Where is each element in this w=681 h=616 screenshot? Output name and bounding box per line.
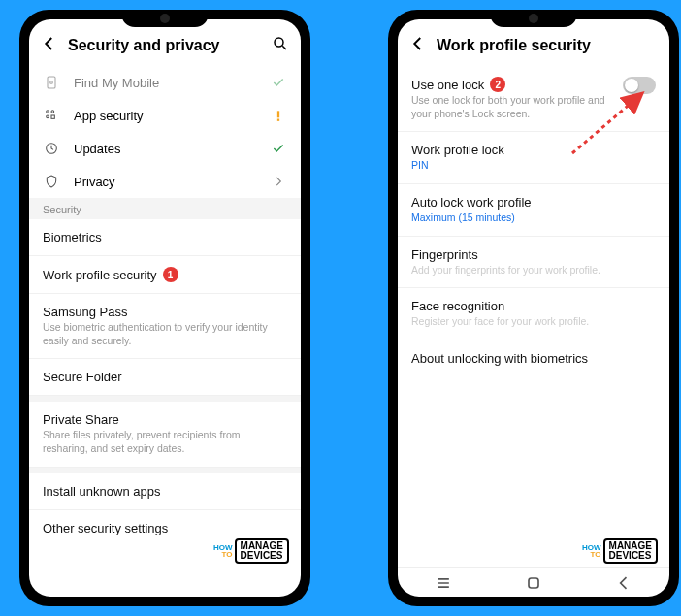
svg-point-2 [50, 81, 53, 84]
item-auto-lock-work-profile[interactable]: Auto lock work profile Maximum (15 minut… [398, 184, 669, 237]
item-face-recognition[interactable]: Face recognition Register your face for … [398, 288, 669, 340]
item-samsung-pass[interactable]: Samsung Pass Use biometric authenticatio… [29, 294, 301, 359]
item-label: Auto lock work profile [411, 195, 532, 210]
item-label: Work profile lock [411, 143, 504, 157]
chevron-right-icon [270, 175, 287, 188]
location-icon [43, 75, 60, 90]
phone-frame-right: Work profile security Use one lock 2 Use… [388, 10, 679, 606]
item-label: Private Share [43, 412, 119, 427]
item-sub: PIN [411, 159, 656, 173]
row-find-my-mobile[interactable]: Find My Mobile [29, 66, 301, 99]
item-sub: Add your fingerprints for your work prof… [411, 264, 656, 277]
svg-rect-8 [277, 119, 279, 121]
item-work-profile-lock[interactable]: Work profile lock PIN [398, 132, 669, 184]
item-label: Face recognition [411, 299, 504, 313]
settings-list: Use one lock 2 Use one lock for both you… [398, 66, 669, 567]
grid-icon [43, 108, 60, 123]
back-button[interactable] [614, 573, 633, 593]
home-button[interactable] [524, 573, 543, 593]
item-label: Secure Folder [43, 370, 122, 384]
row-updates[interactable]: Updates [29, 132, 301, 165]
item-label: Install unknown apps [43, 484, 160, 499]
shield-icon [43, 174, 60, 189]
item-sub: Maximum (15 minutes) [411, 211, 656, 225]
item-use-one-lock[interactable]: Use one lock 2 Use one lock for both you… [398, 66, 669, 132]
warning-icon [270, 109, 287, 122]
item-label: Fingerprints [411, 247, 478, 262]
page-title: Security and privacy [68, 37, 262, 54]
row-label: Find My Mobile [74, 76, 256, 90]
item-private-share[interactable]: Private Share Share files privately, pre… [29, 402, 301, 467]
item-secure-folder[interactable]: Secure Folder [29, 359, 301, 396]
item-sub: Use biometric authentication to verify y… [43, 321, 287, 347]
toggle-use-one-lock[interactable] [623, 77, 656, 94]
row-label: App security [74, 109, 256, 123]
row-label: Privacy [74, 175, 256, 189]
settings-list: Find My Mobile App security Updates Priv… [29, 66, 301, 597]
svg-point-3 [47, 111, 49, 113]
svg-rect-14 [529, 578, 538, 588]
item-label: Other security settings [43, 521, 168, 535]
back-icon[interactable] [41, 35, 58, 56]
screen-right: Work profile security Use one lock 2 Use… [398, 19, 669, 597]
item-install-unknown-apps[interactable]: Install unknown apps [29, 473, 301, 510]
item-fingerprints[interactable]: Fingerprints Add your fingerprints for y… [398, 237, 669, 289]
phone-frame-left: Security and privacy Find My Mobile App … [19, 10, 310, 606]
watermark: HOWTO MANAGEDEVICES [582, 538, 658, 564]
back-icon[interactable] [409, 35, 427, 56]
item-sub: Register your face for your work profile… [411, 315, 656, 329]
step-badge-2: 2 [490, 77, 505, 92]
recents-button[interactable] [434, 573, 453, 593]
svg-rect-6 [51, 115, 54, 118]
row-app-security[interactable]: App security [29, 99, 301, 132]
search-icon[interactable] [272, 35, 289, 56]
item-about-biometrics[interactable]: About unlocking with biometrics [398, 340, 669, 376]
screen-left: Security and privacy Find My Mobile App … [29, 19, 301, 597]
item-sub: Share files privately, prevent recipient… [43, 429, 287, 455]
item-label: About unlocking with biometrics [411, 351, 588, 366]
item-work-profile-security[interactable]: Work profile security 1 [29, 256, 301, 294]
item-sub: Use one lock for both your work profile … [411, 94, 615, 120]
svg-point-5 [47, 115, 49, 118]
row-label: Updates [74, 142, 256, 156]
android-navbar [398, 567, 669, 597]
item-label: Use one lock [411, 78, 484, 92]
svg-rect-7 [277, 111, 279, 117]
svg-rect-1 [48, 77, 55, 88]
check-icon [270, 76, 287, 89]
item-biometrics[interactable]: Biometrics [29, 219, 301, 256]
check-icon [270, 142, 287, 155]
svg-point-4 [51, 111, 54, 113]
item-label: Work profile security [43, 268, 157, 282]
row-privacy[interactable]: Privacy [29, 165, 301, 198]
item-label: Biometrics [43, 230, 102, 244]
svg-point-0 [275, 38, 283, 47]
update-icon [43, 141, 60, 156]
section-header-security: Security [29, 198, 301, 219]
step-badge-1: 1 [163, 267, 178, 282]
watermark: HOWTO MANAGEDEVICES [213, 538, 289, 564]
page-title: Work profile security [437, 37, 658, 54]
item-label: Samsung Pass [43, 305, 127, 319]
